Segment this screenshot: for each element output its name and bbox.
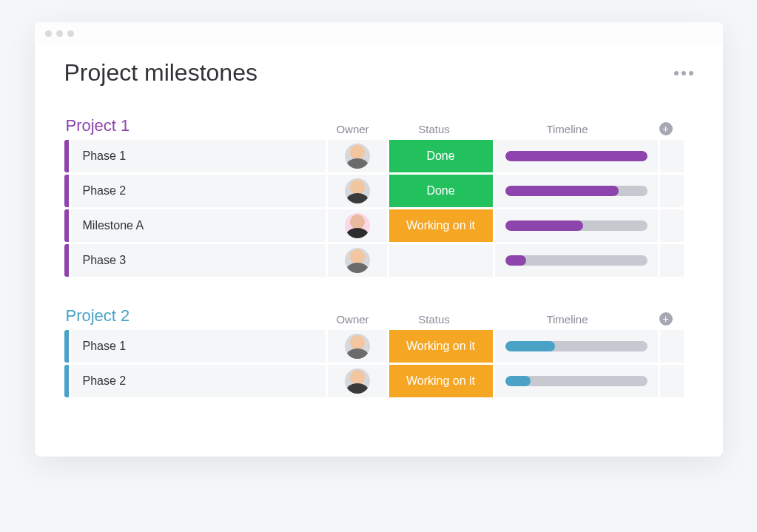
timeline-track[interactable] <box>505 255 647 266</box>
table-row: Phase 1Done <box>64 140 693 172</box>
more-options-button[interactable] <box>674 71 693 75</box>
project-group: Project 2OwnerStatusTimeline+Phase 1Work… <box>64 306 693 397</box>
status-cell[interactable]: Done <box>389 140 493 172</box>
table-row: Phase 1Working on it <box>64 330 693 363</box>
row-name-cell[interactable]: Phase 3 <box>71 244 326 277</box>
timeline-track[interactable] <box>505 151 647 161</box>
owner-avatar[interactable] <box>345 334 370 359</box>
owner-avatar[interactable] <box>345 213 370 238</box>
owner-cell[interactable] <box>328 244 387 277</box>
row-accent <box>64 209 69 242</box>
owner-cell[interactable] <box>328 140 387 172</box>
timeline-column-header[interactable]: Timeline <box>486 123 649 135</box>
page-content: Project milestones Project 1OwnerStatusT… <box>35 44 723 457</box>
timeline-fill <box>505 255 527 266</box>
add-column-cell: + <box>649 312 673 326</box>
owner-cell[interactable] <box>328 330 387 363</box>
extra-cell[interactable] <box>660 209 684 242</box>
group-rows: Phase 1Working on itPhase 2Working on it <box>64 330 693 397</box>
app-window: Project milestones Project 1OwnerStatusT… <box>35 22 723 457</box>
extra-cell[interactable] <box>660 175 684 207</box>
row-name-cell[interactable]: Milestone A <box>71 209 326 242</box>
column-headers: OwnerStatusTimeline+ <box>323 312 693 326</box>
timeline-track[interactable] <box>505 341 647 351</box>
timeline-track[interactable] <box>505 220 647 231</box>
status-cell[interactable]: Working on it <box>389 365 493 397</box>
timeline-cell[interactable] <box>495 209 658 242</box>
table-row: Phase 3 <box>64 244 693 277</box>
page-header: Project milestones <box>64 59 693 87</box>
window-title-bar <box>35 22 723 44</box>
table-row: Milestone AWorking on it <box>64 209 693 242</box>
project-group: Project 1OwnerStatusTimeline+Phase 1Done… <box>64 116 693 277</box>
group-header: Project 1OwnerStatusTimeline+ <box>64 116 693 135</box>
timeline-fill <box>505 220 584 231</box>
row-accent <box>64 140 69 172</box>
group-title[interactable]: Project 2 <box>64 306 323 326</box>
timeline-track[interactable] <box>505 376 647 386</box>
status-cell[interactable]: Done <box>389 175 493 207</box>
table-row: Phase 2Done <box>64 175 693 207</box>
row-name-cell[interactable]: Phase 2 <box>71 365 326 397</box>
owner-avatar[interactable] <box>345 144 370 169</box>
row-name-cell[interactable]: Phase 1 <box>71 140 326 172</box>
extra-cell[interactable] <box>660 244 684 277</box>
group-title[interactable]: Project 1 <box>64 116 323 135</box>
owner-column-header[interactable]: Owner <box>323 313 383 326</box>
owner-column-header[interactable]: Owner <box>323 123 383 135</box>
extra-cell[interactable] <box>660 365 684 397</box>
plus-icon: + <box>662 124 668 134</box>
owner-avatar[interactable] <box>345 248 370 273</box>
timeline-fill <box>505 376 531 386</box>
row-accent <box>64 244 69 277</box>
owner-avatar[interactable] <box>345 368 370 394</box>
status-cell[interactable]: Working on it <box>389 330 493 363</box>
group-header: Project 2OwnerStatusTimeline+ <box>64 306 693 326</box>
owner-cell[interactable] <box>328 365 387 397</box>
row-accent <box>64 365 69 397</box>
column-headers: OwnerStatusTimeline+ <box>323 122 693 135</box>
status-cell[interactable] <box>389 244 493 277</box>
row-name-cell[interactable]: Phase 1 <box>71 330 326 363</box>
row-accent <box>64 175 69 207</box>
page-title: Project milestones <box>64 59 258 87</box>
status-label[interactable]: Done <box>389 140 493 172</box>
add-column-cell: + <box>649 122 673 135</box>
status-column-header[interactable]: Status <box>383 313 486 326</box>
status-label[interactable]: Working on it <box>389 365 493 397</box>
timeline-fill <box>505 151 647 161</box>
extra-cell[interactable] <box>660 140 684 172</box>
plus-icon: + <box>662 314 668 324</box>
timeline-cell[interactable] <box>495 330 658 363</box>
row-accent <box>64 330 69 363</box>
owner-cell[interactable] <box>328 209 387 242</box>
timeline-cell[interactable] <box>495 140 658 172</box>
status-cell[interactable]: Working on it <box>389 209 493 242</box>
status-label[interactable]: Working on it <box>389 330 493 363</box>
table-row: Phase 2Working on it <box>64 365 693 397</box>
owner-avatar[interactable] <box>345 178 370 203</box>
window-control-dot <box>45 30 52 37</box>
owner-cell[interactable] <box>328 175 387 207</box>
extra-cell[interactable] <box>660 330 684 363</box>
window-control-dot <box>56 30 63 37</box>
window-control-dot <box>67 30 74 37</box>
timeline-fill <box>505 341 555 351</box>
status-label[interactable] <box>389 244 493 277</box>
add-column-button[interactable]: + <box>659 122 673 135</box>
timeline-fill <box>505 186 619 196</box>
timeline-track[interactable] <box>505 186 647 196</box>
status-label[interactable]: Working on it <box>389 209 493 242</box>
group-rows: Phase 1DonePhase 2DoneMilestone AWorking… <box>64 140 693 277</box>
add-column-button[interactable]: + <box>659 312 673 326</box>
status-column-header[interactable]: Status <box>383 123 486 135</box>
timeline-column-header[interactable]: Timeline <box>486 313 649 326</box>
status-label[interactable]: Done <box>389 175 493 207</box>
timeline-cell[interactable] <box>495 175 658 207</box>
row-name-cell[interactable]: Phase 2 <box>71 175 326 207</box>
timeline-cell[interactable] <box>495 244 658 277</box>
timeline-cell[interactable] <box>495 365 658 397</box>
